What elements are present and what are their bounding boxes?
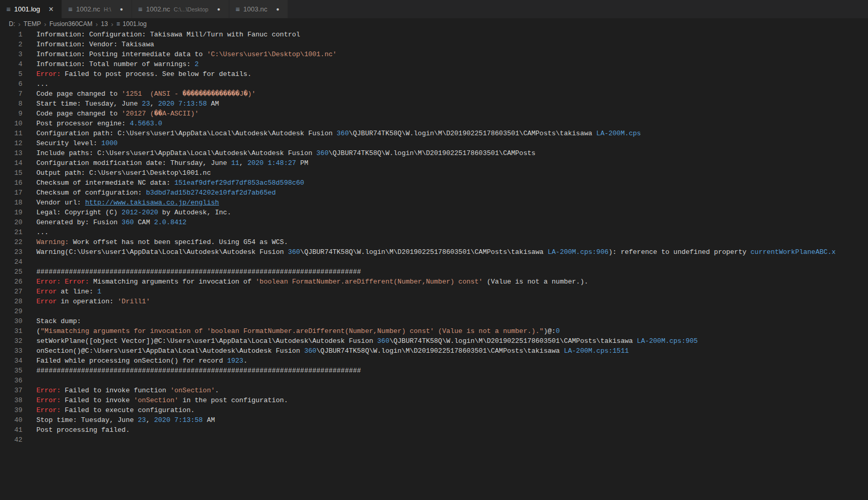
line-number[interactable]: 38 (0, 395, 22, 405)
code-token: Output path: C:\Users\user1\Desktop\1001… (36, 169, 211, 177)
code-text[interactable]: Error in operation: 'Drill1' (22, 297, 150, 306)
line-number[interactable]: 2 (0, 40, 22, 49)
breadcrumb-item-TEMP[interactable]: TEMP (23, 20, 41, 28)
line-number[interactable]: 15 (0, 168, 22, 178)
line-number[interactable]: 40 (0, 415, 22, 425)
line-number[interactable]: 23 (0, 247, 22, 257)
line-number[interactable]: 42 (0, 435, 22, 445)
close-icon[interactable]: × (47, 5, 55, 14)
line-number[interactable]: 14 (0, 158, 22, 168)
line-number[interactable]: 5 (0, 69, 22, 79)
line-number[interactable]: 16 (0, 178, 22, 188)
line-number[interactable]: 27 (0, 287, 22, 297)
code-text[interactable]: Warning(C:\Users\user1\AppData\Local\Aut… (22, 247, 836, 257)
tab-1002.nc[interactable]: ≡1002.ncH:\● (62, 0, 132, 18)
code-text[interactable]: Error: Failed to post process. See below… (22, 69, 251, 79)
breadcrumb-item-1001.log[interactable]: ≡1001.log (116, 20, 147, 28)
line-number[interactable]: 24 (0, 257, 22, 267)
code-text[interactable]: ########################################… (22, 267, 361, 277)
code-text[interactable]: Error at line: 1 (22, 287, 101, 297)
line-number[interactable]: 25 (0, 267, 22, 277)
code-text[interactable]: Error: Failed to invoke 'onSection' in t… (22, 395, 288, 405)
code-text[interactable]: Post processing failed. (22, 425, 129, 435)
line-number[interactable]: 8 (0, 99, 22, 109)
code-text[interactable]: setWorkPlane([object Vector])@C:\Users\u… (22, 336, 698, 346)
line-number[interactable]: 34 (0, 356, 22, 366)
line-number[interactable]: 30 (0, 316, 22, 326)
tab-1001.log[interactable]: ≡1001.log× (0, 0, 62, 18)
line-number[interactable]: 36 (0, 376, 22, 386)
code-text[interactable]: Error: Failed to invoke function 'onSect… (22, 386, 219, 395)
code-text[interactable]: Failed while processing onSection() for … (22, 356, 248, 366)
code-text[interactable]: Configuration path: C:\Users\user1\AppDa… (22, 129, 641, 138)
line-number[interactable]: 13 (0, 148, 22, 158)
line-number[interactable]: 7 (0, 89, 22, 99)
code-line: 19Legal: Copyright (C) 2012-2020 by Auto… (0, 208, 868, 217)
line-number[interactable]: 18 (0, 198, 22, 208)
tab-label: 1002.nc (146, 5, 170, 13)
code-text[interactable]: ... (22, 227, 48, 237)
code-text[interactable]: Warning: Work offset has not been specif… (22, 237, 288, 247)
line-number[interactable]: 31 (0, 326, 22, 336)
code-text[interactable]: Information: Vendor: Takisawa (22, 40, 154, 49)
line-number[interactable]: 4 (0, 59, 22, 69)
line-number[interactable]: 21 (0, 227, 22, 237)
breadcrumb-item-13[interactable]: 13 (101, 20, 108, 28)
line-number[interactable]: 17 (0, 188, 22, 198)
line-number[interactable]: 10 (0, 119, 22, 129)
line-number[interactable]: 41 (0, 425, 22, 435)
line-number[interactable]: 28 (0, 297, 22, 306)
code-text[interactable]: Generated by: Fusion 360 CAM 2.0.8412 (22, 217, 187, 227)
code-text[interactable]: Code page changed to '20127 (��A-ASCII)' (22, 109, 199, 119)
code-text[interactable]: Checksum of configuration: b3dbd7ad15b27… (22, 188, 276, 198)
line-number[interactable]: 20 (0, 217, 22, 227)
line-number[interactable]: 29 (0, 306, 22, 316)
tab-1002.nc[interactable]: ≡1002.ncC:\...\Desktop● (132, 0, 229, 18)
line-number[interactable]: 33 (0, 346, 22, 356)
line-number[interactable]: 6 (0, 79, 22, 89)
code-text[interactable]: Start time: Tuesday, June 23, 2020 7:13:… (22, 99, 219, 109)
code-line: 38Error: Failed to invoke 'onSection' in… (0, 395, 868, 405)
code-text[interactable]: Stop time: Tuesday, June 23, 2020 7:13:5… (22, 415, 215, 425)
code-text[interactable]: Error: Error: Mismatching arguments for … (22, 277, 588, 287)
code-text[interactable]: onSection()@C:\Users\user1\AppData\Local… (22, 346, 629, 356)
code-text[interactable]: ... (22, 79, 48, 89)
code-text[interactable]: Post processor engine: 4.5663.0 (22, 119, 162, 129)
line-number[interactable]: 39 (0, 405, 22, 415)
code-text[interactable] (22, 376, 36, 386)
line-number[interactable]: 12 (0, 138, 22, 148)
tab-1003.nc[interactable]: ≡1003.nc● (229, 0, 288, 18)
code-text[interactable]: Stack dump: (22, 316, 81, 326)
code-text[interactable]: ("Mismatching arguments for invocation o… (22, 326, 560, 336)
code-text[interactable]: ########################################… (22, 366, 361, 376)
line-number[interactable]: 35 (0, 366, 22, 376)
line-number[interactable]: 19 (0, 208, 22, 217)
code-text[interactable]: Include paths: C:\Users\user1\AppData\Lo… (22, 148, 536, 158)
code-text[interactable]: Information: Configuration: Takisawa Mil… (22, 30, 300, 40)
code-text[interactable]: Information: Posting intermediate data t… (22, 49, 336, 59)
code-text[interactable]: Legal: Copyright (C) 2012-2020 by Autode… (22, 208, 231, 217)
code-text[interactable]: Vendor url: http://www.takisawa.co.jp/en… (22, 198, 219, 208)
code-text[interactable] (22, 435, 36, 445)
breadcrumb-item-Fusion360CAM[interactable]: Fusion360CAM (49, 20, 93, 28)
editor[interactable]: 1Information: Configuration: Takisawa Mi… (0, 30, 868, 445)
code-text[interactable] (22, 257, 36, 267)
line-number[interactable]: 1 (0, 30, 22, 40)
code-text[interactable]: Output path: C:\Users\user1\Desktop\1001… (22, 168, 211, 178)
code-line: 11Configuration path: C:\Users\user1\App… (0, 129, 868, 138)
line-number[interactable]: 26 (0, 277, 22, 287)
breadcrumb-item-D:[interactable]: D: (9, 20, 15, 28)
code-text[interactable]: Code page changed to '1251 (ANSI - �����… (22, 89, 256, 99)
line-number[interactable]: 11 (0, 129, 22, 138)
code-text[interactable]: Information: Total number of warnings: 2 (22, 59, 199, 69)
code-text[interactable]: Error: Failed to execute configuration. (22, 405, 195, 415)
line-number[interactable]: 22 (0, 237, 22, 247)
line-number[interactable]: 9 (0, 109, 22, 119)
line-number[interactable]: 32 (0, 336, 22, 346)
code-text[interactable]: Configuration modification date: Thursda… (22, 158, 308, 168)
line-number[interactable]: 3 (0, 49, 22, 59)
line-number[interactable]: 37 (0, 386, 22, 395)
code-text[interactable]: Checksum of intermediate NC data: 151eaf… (22, 178, 304, 188)
code-text[interactable] (22, 306, 36, 316)
code-text[interactable]: Security level: 1000 (22, 138, 118, 148)
